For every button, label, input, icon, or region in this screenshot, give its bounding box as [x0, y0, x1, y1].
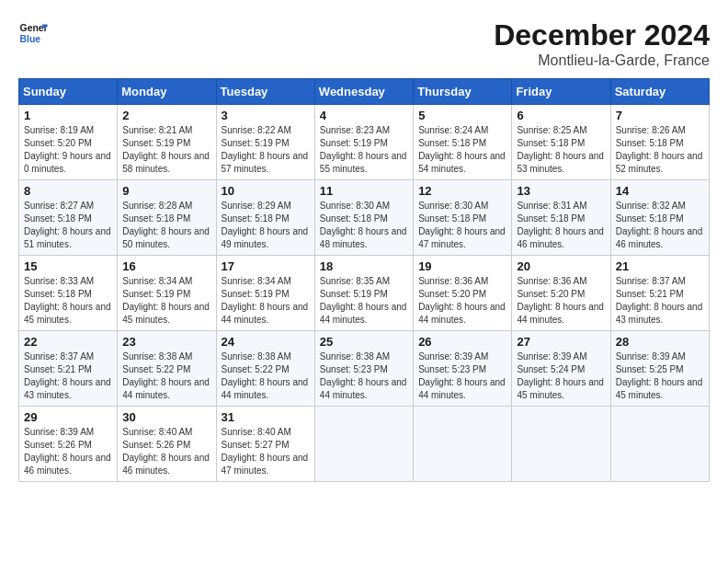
calendar-cell: 10 Sunrise: 8:29 AMSunset: 5:18 PMDaylig…: [216, 180, 314, 256]
day-detail: Sunrise: 8:37 AMSunset: 5:21 PMDaylight:…: [24, 351, 111, 400]
day-detail: Sunrise: 8:37 AMSunset: 5:21 PMDaylight:…: [616, 276, 703, 325]
calendar-cell: 1 Sunrise: 8:19 AMSunset: 5:20 PMDayligh…: [19, 105, 118, 180]
day-number: 19: [418, 259, 506, 273]
day-number: 26: [418, 335, 506, 349]
calendar-cell: [314, 407, 413, 482]
day-number: 2: [122, 109, 210, 122]
day-detail: Sunrise: 8:28 AMSunset: 5:18 PMDaylight:…: [122, 201, 210, 249]
day-number: 31: [222, 410, 310, 424]
calendar-cell: 16 Sunrise: 8:34 AMSunset: 5:19 PMDaylig…: [118, 256, 216, 331]
day-number: 7: [616, 109, 704, 122]
weekday-header-tuesday: Tuesday: [216, 79, 314, 105]
day-detail: Sunrise: 8:19 AMSunset: 5:20 PMDaylight:…: [24, 125, 111, 174]
day-detail: Sunrise: 8:39 AMSunset: 5:24 PMDaylight:…: [517, 351, 604, 400]
day-detail: Sunrise: 8:38 AMSunset: 5:23 PMDaylight:…: [320, 351, 407, 400]
day-detail: Sunrise: 8:40 AMSunset: 5:26 PMDaylight:…: [122, 427, 210, 476]
day-detail: Sunrise: 8:31 AMSunset: 5:18 PMDaylight:…: [517, 201, 604, 249]
day-number: 12: [418, 184, 506, 198]
title-section: December 2024 Montlieu-la-Garde, France: [494, 18, 710, 69]
calendar-cell: 24 Sunrise: 8:38 AMSunset: 5:22 PMDaylig…: [216, 331, 314, 407]
calendar-cell: 21 Sunrise: 8:37 AMSunset: 5:21 PMDaylig…: [610, 256, 709, 331]
day-detail: Sunrise: 8:34 AMSunset: 5:19 PMDaylight:…: [222, 276, 309, 325]
weekday-header-wednesday: Wednesday: [314, 79, 413, 105]
calendar-cell: 30 Sunrise: 8:40 AMSunset: 5:26 PMDaylig…: [118, 407, 216, 482]
day-detail: Sunrise: 8:38 AMSunset: 5:22 PMDaylight:…: [122, 351, 210, 400]
day-number: 18: [320, 259, 408, 273]
day-detail: Sunrise: 8:27 AMSunset: 5:18 PMDaylight:…: [24, 201, 111, 249]
header: General Blue December 2024 Montlieu-la-G…: [18, 18, 710, 69]
day-number: 25: [320, 335, 408, 349]
calendar-cell: 5 Sunrise: 8:24 AMSunset: 5:18 PMDayligh…: [414, 105, 512, 180]
month-title: December 2024: [494, 18, 710, 52]
day-number: 1: [24, 109, 112, 122]
calendar-cell: [512, 407, 610, 482]
calendar-cell: 22 Sunrise: 8:37 AMSunset: 5:21 PMDaylig…: [19, 331, 118, 407]
day-detail: Sunrise: 8:23 AMSunset: 5:19 PMDaylight:…: [320, 125, 407, 174]
weekday-header-sunday: Sunday: [19, 79, 118, 105]
calendar-cell: 29 Sunrise: 8:39 AMSunset: 5:26 PMDaylig…: [19, 407, 118, 482]
day-detail: Sunrise: 8:30 AMSunset: 5:18 PMDaylight:…: [418, 201, 506, 249]
day-detail: Sunrise: 8:32 AMSunset: 5:18 PMDaylight:…: [616, 201, 703, 249]
calendar-cell: 20 Sunrise: 8:36 AMSunset: 5:20 PMDaylig…: [512, 256, 610, 331]
svg-text:Blue: Blue: [20, 34, 41, 44]
day-detail: Sunrise: 8:29 AMSunset: 5:18 PMDaylight:…: [222, 201, 309, 249]
day-number: 17: [222, 259, 310, 273]
day-detail: Sunrise: 8:36 AMSunset: 5:20 PMDaylight:…: [418, 276, 506, 325]
day-detail: Sunrise: 8:24 AMSunset: 5:18 PMDaylight:…: [418, 125, 506, 174]
day-number: 20: [517, 259, 605, 273]
calendar-cell: 28 Sunrise: 8:39 AMSunset: 5:25 PMDaylig…: [610, 331, 709, 407]
day-detail: Sunrise: 8:39 AMSunset: 5:26 PMDaylight:…: [24, 427, 111, 476]
day-number: 5: [418, 109, 506, 122]
calendar-cell: 12 Sunrise: 8:30 AMSunset: 5:18 PMDaylig…: [414, 180, 512, 256]
day-number: 9: [122, 184, 210, 198]
calendar-cell: 2 Sunrise: 8:21 AMSunset: 5:19 PMDayligh…: [118, 105, 216, 180]
day-number: 15: [24, 259, 112, 273]
calendar-table: SundayMondayTuesdayWednesdayThursdayFrid…: [18, 78, 710, 482]
weekday-header-monday: Monday: [118, 79, 216, 105]
day-detail: Sunrise: 8:39 AMSunset: 5:25 PMDaylight:…: [616, 351, 703, 400]
day-number: 4: [320, 109, 408, 122]
day-number: 3: [222, 109, 310, 122]
day-detail: Sunrise: 8:33 AMSunset: 5:18 PMDaylight:…: [24, 276, 111, 325]
location-title: Montlieu-la-Garde, France: [494, 52, 710, 69]
calendar-cell: 26 Sunrise: 8:39 AMSunset: 5:23 PMDaylig…: [414, 331, 512, 407]
day-number: 10: [222, 184, 310, 198]
day-number: 8: [24, 184, 112, 198]
day-detail: Sunrise: 8:39 AMSunset: 5:23 PMDaylight:…: [418, 351, 506, 400]
calendar-cell: 13 Sunrise: 8:31 AMSunset: 5:18 PMDaylig…: [512, 180, 610, 256]
weekday-header-friday: Friday: [512, 79, 610, 105]
day-detail: Sunrise: 8:30 AMSunset: 5:18 PMDaylight:…: [320, 201, 407, 249]
calendar-cell: 27 Sunrise: 8:39 AMSunset: 5:24 PMDaylig…: [512, 331, 610, 407]
day-number: 27: [517, 335, 605, 349]
logo: General Blue: [18, 18, 48, 48]
day-number: 16: [122, 259, 210, 273]
day-detail: Sunrise: 8:22 AMSunset: 5:19 PMDaylight:…: [222, 125, 309, 174]
day-number: 28: [616, 335, 704, 349]
calendar-cell: 8 Sunrise: 8:27 AMSunset: 5:18 PMDayligh…: [19, 180, 118, 256]
day-detail: Sunrise: 8:40 AMSunset: 5:27 PMDaylight:…: [222, 427, 309, 476]
calendar-cell: 19 Sunrise: 8:36 AMSunset: 5:20 PMDaylig…: [414, 256, 512, 331]
day-detail: Sunrise: 8:34 AMSunset: 5:19 PMDaylight:…: [122, 276, 210, 325]
calendar-cell: [414, 407, 512, 482]
day-detail: Sunrise: 8:21 AMSunset: 5:19 PMDaylight:…: [122, 125, 210, 174]
calendar-cell: 7 Sunrise: 8:26 AMSunset: 5:18 PMDayligh…: [610, 105, 709, 180]
calendar-cell: 3 Sunrise: 8:22 AMSunset: 5:19 PMDayligh…: [216, 105, 314, 180]
calendar-cell: 14 Sunrise: 8:32 AMSunset: 5:18 PMDaylig…: [610, 180, 709, 256]
calendar-cell: 18 Sunrise: 8:35 AMSunset: 5:19 PMDaylig…: [314, 256, 413, 331]
weekday-header-saturday: Saturday: [610, 79, 709, 105]
day-number: 6: [517, 109, 605, 122]
calendar-cell: 31 Sunrise: 8:40 AMSunset: 5:27 PMDaylig…: [216, 407, 314, 482]
calendar-cell: 25 Sunrise: 8:38 AMSunset: 5:23 PMDaylig…: [314, 331, 413, 407]
calendar-cell: 9 Sunrise: 8:28 AMSunset: 5:18 PMDayligh…: [118, 180, 216, 256]
day-detail: Sunrise: 8:25 AMSunset: 5:18 PMDaylight:…: [517, 125, 604, 174]
day-number: 29: [24, 410, 112, 424]
logo-icon: General Blue: [18, 18, 48, 48]
day-detail: Sunrise: 8:35 AMSunset: 5:19 PMDaylight:…: [320, 276, 407, 325]
day-number: 13: [517, 184, 605, 198]
day-detail: Sunrise: 8:26 AMSunset: 5:18 PMDaylight:…: [616, 125, 703, 174]
day-number: 24: [222, 335, 310, 349]
day-number: 21: [616, 259, 704, 273]
calendar-cell: 4 Sunrise: 8:23 AMSunset: 5:19 PMDayligh…: [314, 105, 413, 180]
calendar-cell: 17 Sunrise: 8:34 AMSunset: 5:19 PMDaylig…: [216, 256, 314, 331]
day-detail: Sunrise: 8:38 AMSunset: 5:22 PMDaylight:…: [222, 351, 309, 400]
